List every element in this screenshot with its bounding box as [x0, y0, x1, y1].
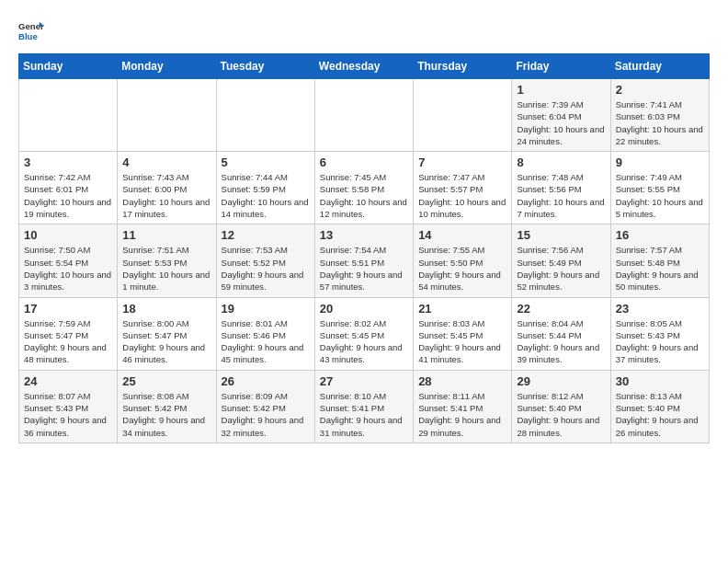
day-info: Sunrise: 8:12 AM Sunset: 5:40 PM Dayligh… — [517, 390, 605, 439]
day-info: Sunrise: 8:04 AM Sunset: 5:44 PM Dayligh… — [517, 317, 605, 366]
calendar-cell: 4Sunrise: 7:43 AM Sunset: 6:00 PM Daylig… — [118, 152, 216, 224]
day-number: 28 — [418, 374, 506, 388]
day-info: Sunrise: 7:42 AM Sunset: 6:01 PM Dayligh… — [24, 171, 112, 220]
day-info: Sunrise: 8:02 AM Sunset: 5:45 PM Dayligh… — [320, 317, 408, 366]
calendar-cell: 28Sunrise: 8:11 AM Sunset: 5:41 PM Dayli… — [414, 370, 512, 442]
day-info: Sunrise: 7:57 AM Sunset: 5:48 PM Dayligh… — [616, 244, 704, 293]
logo-icon: General Blue — [18, 18, 44, 44]
logo: General Blue — [18, 18, 44, 44]
calendar-cell — [118, 79, 216, 152]
calendar-cell: 25Sunrise: 8:08 AM Sunset: 5:42 PM Dayli… — [118, 370, 216, 442]
day-info: Sunrise: 8:07 AM Sunset: 5:43 PM Dayligh… — [24, 390, 112, 439]
calendar-table: SundayMondayTuesdayWednesdayThursdayFrid… — [18, 53, 710, 443]
calendar-cell — [19, 79, 118, 152]
day-number: 11 — [122, 228, 210, 242]
calendar-body: 1Sunrise: 7:39 AM Sunset: 6:04 PM Daylig… — [19, 79, 710, 443]
calendar-cell — [314, 79, 413, 152]
calendar-cell: 15Sunrise: 7:56 AM Sunset: 5:49 PM Dayli… — [512, 224, 610, 297]
page-header: General Blue — [18, 18, 710, 44]
day-info: Sunrise: 7:45 AM Sunset: 5:58 PM Dayligh… — [320, 171, 408, 220]
calendar-cell: 7Sunrise: 7:47 AM Sunset: 5:57 PM Daylig… — [414, 152, 512, 224]
day-info: Sunrise: 7:54 AM Sunset: 5:51 PM Dayligh… — [320, 244, 408, 293]
day-number: 4 — [122, 155, 210, 169]
day-number: 17 — [24, 302, 112, 316]
weekday-header: Wednesday — [314, 54, 413, 79]
day-number: 30 — [616, 374, 704, 388]
day-number: 7 — [418, 155, 506, 169]
day-number: 9 — [616, 155, 704, 169]
calendar-cell: 29Sunrise: 8:12 AM Sunset: 5:40 PM Dayli… — [512, 370, 610, 442]
calendar-cell: 13Sunrise: 7:54 AM Sunset: 5:51 PM Dayli… — [314, 224, 413, 297]
day-info: Sunrise: 8:09 AM Sunset: 5:42 PM Dayligh… — [222, 390, 310, 439]
calendar-cell: 12Sunrise: 7:53 AM Sunset: 5:52 PM Dayli… — [216, 224, 314, 297]
day-number: 8 — [517, 155, 605, 169]
calendar-header: SundayMondayTuesdayWednesdayThursdayFrid… — [19, 54, 710, 79]
calendar-cell: 17Sunrise: 7:59 AM Sunset: 5:47 PM Dayli… — [19, 297, 118, 370]
calendar-cell: 5Sunrise: 7:44 AM Sunset: 5:59 PM Daylig… — [216, 152, 314, 224]
weekday-header: Thursday — [414, 54, 512, 79]
day-info: Sunrise: 7:44 AM Sunset: 5:59 PM Dayligh… — [222, 171, 310, 220]
calendar-cell: 1Sunrise: 7:39 AM Sunset: 6:04 PM Daylig… — [512, 79, 610, 152]
day-info: Sunrise: 8:05 AM Sunset: 5:43 PM Dayligh… — [616, 317, 704, 366]
calendar-week: 3Sunrise: 7:42 AM Sunset: 6:01 PM Daylig… — [19, 152, 710, 224]
calendar-cell: 14Sunrise: 7:55 AM Sunset: 5:50 PM Dayli… — [414, 224, 512, 297]
calendar-cell: 27Sunrise: 8:10 AM Sunset: 5:41 PM Dayli… — [314, 370, 413, 442]
calendar-cell: 19Sunrise: 8:01 AM Sunset: 5:46 PM Dayli… — [216, 297, 314, 370]
weekday-header: Sunday — [19, 54, 118, 79]
weekday-header: Friday — [512, 54, 610, 79]
day-number: 18 — [122, 302, 210, 316]
calendar-week: 10Sunrise: 7:50 AM Sunset: 5:54 PM Dayli… — [19, 224, 710, 297]
day-info: Sunrise: 7:47 AM Sunset: 5:57 PM Dayligh… — [418, 171, 506, 220]
day-info: Sunrise: 8:10 AM Sunset: 5:41 PM Dayligh… — [320, 390, 408, 439]
day-info: Sunrise: 7:56 AM Sunset: 5:49 PM Dayligh… — [517, 244, 605, 293]
day-number: 29 — [517, 374, 605, 388]
calendar-cell: 10Sunrise: 7:50 AM Sunset: 5:54 PM Dayli… — [19, 224, 118, 297]
svg-text:Blue: Blue — [18, 31, 38, 41]
weekday-header: Monday — [118, 54, 216, 79]
calendar-cell: 24Sunrise: 8:07 AM Sunset: 5:43 PM Dayli… — [19, 370, 118, 442]
calendar-cell: 2Sunrise: 7:41 AM Sunset: 6:03 PM Daylig… — [610, 79, 709, 152]
day-number: 20 — [320, 302, 408, 316]
day-info: Sunrise: 7:59 AM Sunset: 5:47 PM Dayligh… — [24, 317, 112, 366]
day-number: 26 — [222, 374, 310, 388]
day-info: Sunrise: 7:49 AM Sunset: 5:55 PM Dayligh… — [616, 171, 704, 220]
day-info: Sunrise: 8:01 AM Sunset: 5:46 PM Dayligh… — [222, 317, 310, 366]
day-info: Sunrise: 8:13 AM Sunset: 5:40 PM Dayligh… — [616, 390, 704, 439]
day-number: 16 — [616, 228, 704, 242]
day-number: 3 — [24, 155, 112, 169]
day-info: Sunrise: 8:00 AM Sunset: 5:47 PM Dayligh… — [122, 317, 210, 366]
day-number: 10 — [24, 228, 112, 242]
calendar-cell: 20Sunrise: 8:02 AM Sunset: 5:45 PM Dayli… — [314, 297, 413, 370]
day-number: 25 — [122, 374, 210, 388]
calendar-cell: 11Sunrise: 7:51 AM Sunset: 5:53 PM Dayli… — [118, 224, 216, 297]
calendar-cell: 8Sunrise: 7:48 AM Sunset: 5:56 PM Daylig… — [512, 152, 610, 224]
day-number: 6 — [320, 155, 408, 169]
day-info: Sunrise: 7:51 AM Sunset: 5:53 PM Dayligh… — [122, 244, 210, 293]
day-number: 15 — [517, 228, 605, 242]
day-info: Sunrise: 7:43 AM Sunset: 6:00 PM Dayligh… — [122, 171, 210, 220]
day-info: Sunrise: 7:39 AM Sunset: 6:04 PM Dayligh… — [517, 98, 605, 147]
day-info: Sunrise: 8:03 AM Sunset: 5:45 PM Dayligh… — [418, 317, 506, 366]
calendar-cell: 16Sunrise: 7:57 AM Sunset: 5:48 PM Dayli… — [610, 224, 709, 297]
weekday-header: Tuesday — [216, 54, 314, 79]
calendar-cell: 30Sunrise: 8:13 AM Sunset: 5:40 PM Dayli… — [610, 370, 709, 442]
day-number: 21 — [418, 302, 506, 316]
day-number: 24 — [24, 374, 112, 388]
day-number: 12 — [222, 228, 310, 242]
calendar-cell: 18Sunrise: 8:00 AM Sunset: 5:47 PM Dayli… — [118, 297, 216, 370]
calendar-cell — [216, 79, 314, 152]
day-number: 5 — [222, 155, 310, 169]
day-info: Sunrise: 8:11 AM Sunset: 5:41 PM Dayligh… — [418, 390, 506, 439]
day-number: 27 — [320, 374, 408, 388]
day-number: 23 — [616, 302, 704, 316]
calendar-cell: 22Sunrise: 8:04 AM Sunset: 5:44 PM Dayli… — [512, 297, 610, 370]
weekday-header: Saturday — [610, 54, 709, 79]
calendar-week: 17Sunrise: 7:59 AM Sunset: 5:47 PM Dayli… — [19, 297, 710, 370]
calendar-cell: 6Sunrise: 7:45 AM Sunset: 5:58 PM Daylig… — [314, 152, 413, 224]
day-info: Sunrise: 7:50 AM Sunset: 5:54 PM Dayligh… — [24, 244, 112, 293]
calendar-week: 1Sunrise: 7:39 AM Sunset: 6:04 PM Daylig… — [19, 79, 710, 152]
calendar-cell: 26Sunrise: 8:09 AM Sunset: 5:42 PM Dayli… — [216, 370, 314, 442]
day-info: Sunrise: 7:53 AM Sunset: 5:52 PM Dayligh… — [222, 244, 310, 293]
day-number: 1 — [517, 83, 605, 97]
day-number: 13 — [320, 228, 408, 242]
